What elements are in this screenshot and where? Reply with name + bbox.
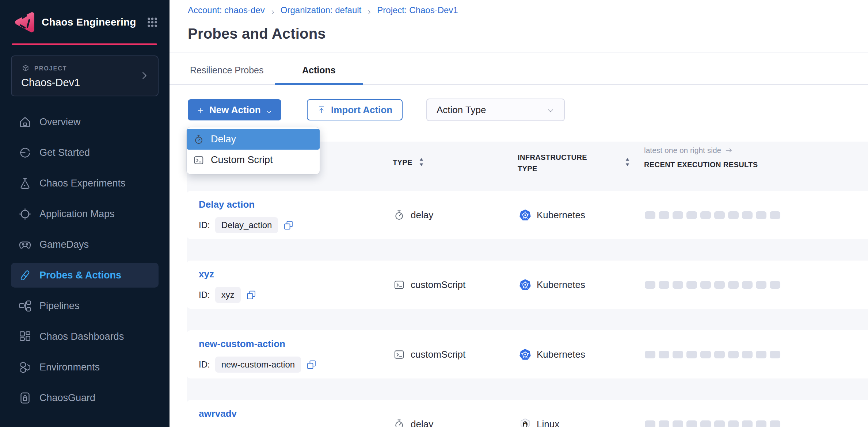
- copy-icon[interactable]: [246, 290, 256, 300]
- column-header-type[interactable]: TYPE: [393, 158, 412, 167]
- breadcrumb: Account: chaos-devOrganization: defaultP…: [188, 5, 458, 15]
- breadcrumb-link[interactable]: Project: Chaos-Dev1: [377, 5, 458, 15]
- sidebar-item-application-maps[interactable]: Application Maps: [0, 199, 170, 229]
- result-pill: [714, 281, 725, 289]
- copy-icon[interactable]: [283, 220, 294, 231]
- result-pill: [686, 420, 697, 427]
- result-pill: [659, 420, 669, 427]
- action-type-select[interactable]: Action Type: [426, 99, 565, 121]
- action-name-link[interactable]: Delay action: [199, 199, 255, 210]
- infrastructure-cell: Kubernetes: [519, 330, 585, 378]
- id-label: ID:: [199, 359, 210, 370]
- sidebar-item-environments[interactable]: Environments: [0, 352, 170, 382]
- kubernetes-icon: [519, 279, 531, 291]
- stopwatch-icon: [193, 134, 204, 145]
- action-id-line: ID:new-custom-action: [199, 357, 317, 373]
- result-pill: [700, 420, 711, 427]
- breadcrumb-link[interactable]: Organization: default: [281, 5, 361, 15]
- sidebar-item-chaos-experiments[interactable]: Chaos Experiments: [0, 168, 170, 199]
- result-pill: [728, 211, 739, 219]
- table-row: Delay actionID:Delay_actiondelayKubernet…: [187, 191, 868, 239]
- result-pill: [728, 420, 739, 427]
- new-action-menu: DelayCustom Script: [187, 127, 320, 174]
- brand-accent-divider: [12, 43, 157, 45]
- sidebar-item-get-started[interactable]: Get Started: [0, 137, 170, 168]
- tab-actions[interactable]: Actions: [302, 65, 336, 76]
- result-pill: [673, 351, 683, 358]
- sidebar-item-chaosguard[interactable]: ChaosGuard: [0, 382, 170, 413]
- menu-item-custom-script[interactable]: Custom Script: [187, 150, 320, 170]
- action-id-line: ID:xyz: [199, 287, 256, 303]
- table-body: Delay actionID:Delay_actiondelayKubernet…: [187, 191, 868, 427]
- result-pill: [770, 211, 780, 219]
- sort-icon[interactable]: [624, 157, 631, 167]
- sidebar-item-label: Get Started: [39, 147, 90, 158]
- recent-results-cell: [645, 191, 780, 239]
- result-pill: [742, 351, 753, 358]
- action-type-label: Action Type: [437, 104, 486, 116]
- sidebar-item-pipelines[interactable]: Pipelines: [0, 291, 170, 321]
- stopwatch-icon: [393, 209, 405, 221]
- target-icon: [18, 207, 32, 221]
- action-id-value: xyz: [215, 287, 241, 303]
- result-pill: [742, 281, 753, 289]
- action-name-link[interactable]: new-custom-action: [199, 338, 285, 350]
- action-id-value: new-custom-action: [215, 357, 301, 373]
- sidebar-item-chaos-dashboards[interactable]: Chaos Dashboards: [0, 321, 170, 352]
- result-pill: [673, 211, 683, 219]
- infrastructure-value: Linux: [537, 419, 559, 427]
- result-pill: [645, 351, 655, 358]
- sidebar: Chaos Engineering PROJECT Chaos-Dev1 Ove…: [0, 0, 170, 427]
- result-pill: [742, 420, 753, 427]
- result-pill: [756, 420, 766, 427]
- project-selector[interactable]: PROJECT Chaos-Dev1: [11, 55, 159, 96]
- terminal-icon: [393, 279, 405, 291]
- column-header-results: RECENT EXECUTION RESULTS: [644, 161, 758, 169]
- result-pill: [645, 281, 655, 289]
- probe-icon: [18, 269, 32, 282]
- new-action-button[interactable]: New Action: [188, 99, 281, 120]
- pipelines-icon: [18, 299, 32, 313]
- type-cell: customScript: [393, 330, 465, 378]
- result-pill: [728, 351, 739, 358]
- result-pill: [756, 281, 766, 289]
- sidebar-item-gamedays[interactable]: GameDays: [0, 229, 170, 260]
- action-name-link[interactable]: xyz: [199, 269, 214, 280]
- chevron-down-icon: [547, 106, 555, 114]
- results-hint: latest one on right side: [644, 146, 733, 155]
- action-name-link[interactable]: awrvadv: [199, 408, 237, 419]
- chevron-down-icon: [266, 107, 273, 114]
- column-header-infrastructure[interactable]: INFRASTRUCTURE TYPE: [518, 152, 602, 174]
- module-grid-icon[interactable]: [146, 16, 159, 28]
- brand-title: Chaos Engineering: [42, 16, 136, 28]
- flask-icon: [18, 177, 32, 190]
- sidebar-item-overview[interactable]: Overview: [0, 107, 170, 137]
- sidebar-item-label: GameDays: [39, 239, 89, 250]
- id-label: ID:: [199, 220, 210, 230]
- action-id-line: ID:Delay_action: [199, 217, 294, 233]
- sort-icon[interactable]: [418, 157, 425, 167]
- table-row: awrvadvdelayLinux: [187, 400, 868, 427]
- import-action-button[interactable]: Import Action: [307, 99, 403, 120]
- result-pill: [686, 211, 697, 219]
- result-pill: [714, 420, 725, 427]
- chevron-right-icon: [366, 7, 372, 14]
- menu-item-delay[interactable]: Delay: [187, 129, 320, 150]
- arrow-right-icon: [725, 146, 733, 154]
- sidebar-item-probes-actions[interactable]: Probes & Actions: [0, 260, 170, 291]
- tabs-bar: Resilience Probes Actions: [170, 53, 868, 85]
- linux-icon: [519, 418, 531, 427]
- result-pill: [686, 351, 697, 358]
- breadcrumb-link[interactable]: Account: chaos-dev: [188, 5, 265, 15]
- app-window: Chaos Engineering PROJECT Chaos-Dev1 Ove…: [0, 0, 868, 427]
- terminal-icon: [193, 155, 204, 166]
- infrastructure-value: Kubernetes: [537, 279, 585, 291]
- copy-icon[interactable]: [306, 359, 317, 370]
- recent-results-cell: [645, 400, 780, 427]
- page-title: Probes and Actions: [188, 26, 326, 42]
- results-hint-text: latest one on right side: [644, 146, 721, 155]
- tab-resilience-probes[interactable]: Resilience Probes: [190, 65, 264, 76]
- kubernetes-icon: [519, 349, 531, 361]
- brand-row: Chaos Engineering: [12, 10, 159, 34]
- sidebar-item-label: Application Maps: [39, 208, 115, 220]
